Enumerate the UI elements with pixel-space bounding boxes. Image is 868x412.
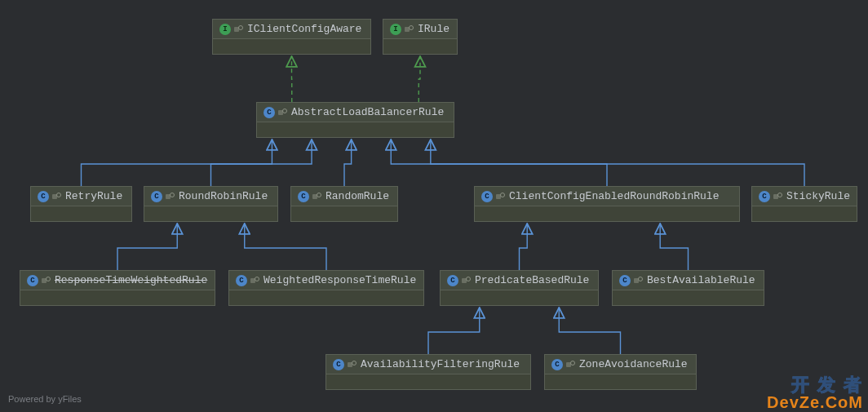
class-node-RandomRule[interactable]: CRandomRule	[290, 186, 398, 222]
class-node-WeightedResponseTimeRule[interactable]: CWeightedResponseTimeRule	[228, 270, 424, 306]
class-node-BestAvailableRule[interactable]: CBestAvailableRule	[612, 270, 764, 306]
class-node-body	[144, 206, 277, 221]
class-node-label: IRule	[418, 23, 450, 35]
class-icon: C	[481, 191, 493, 202]
class-node-body	[752, 206, 857, 221]
class-node-body	[291, 206, 397, 221]
class-icon: C	[27, 275, 38, 286]
class-icon: C	[264, 107, 275, 118]
class-node-PredicateBasedRule[interactable]: CPredicateBasedRule	[440, 270, 599, 306]
class-node-body	[326, 374, 530, 389]
class-node-label: ResponseTimeWeightedRule	[55, 274, 207, 286]
decorator-icon	[52, 193, 60, 201]
class-icon: C	[333, 359, 344, 370]
class-node-body	[20, 290, 215, 305]
decorator-icon	[496, 193, 504, 201]
decorator-icon	[405, 25, 413, 33]
decorator-icon	[278, 109, 286, 117]
class-node-body	[545, 374, 696, 389]
class-icon: C	[236, 275, 247, 286]
class-icon: C	[298, 191, 309, 202]
class-node-label: RandomRule	[326, 190, 389, 202]
class-node-body	[441, 290, 598, 305]
class-node-StickyRule[interactable]: CStickyRule	[751, 186, 857, 222]
class-icon: C	[38, 191, 49, 202]
decorator-icon	[462, 277, 470, 285]
class-node-AvailabilityFilteringRule[interactable]: CAvailabilityFilteringRule	[326, 354, 531, 390]
class-node-IRule[interactable]: IIRule	[383, 19, 458, 55]
class-node-label: AvailabilityFilteringRule	[361, 358, 520, 370]
class-node-ZoneAvoidanceRule[interactable]: CZoneAvoidanceRule	[544, 354, 697, 390]
decorator-icon	[42, 277, 50, 285]
watermark-line1: 开 发 者	[767, 376, 863, 394]
class-node-label: PredicateBasedRule	[475, 274, 589, 286]
class-node-label: WeightedResponseTimeRule	[264, 274, 416, 286]
decorator-icon	[773, 193, 782, 201]
class-node-label: RetryRule	[65, 190, 122, 202]
class-node-RetryRule[interactable]: CRetryRule	[30, 186, 132, 222]
decorator-icon	[634, 277, 642, 285]
class-node-ResponseTimeWeightedRule[interactable]: CResponseTimeWeightedRule	[20, 270, 215, 306]
class-node-RoundRobinRule[interactable]: CRoundRobinRule	[144, 186, 278, 222]
class-icon: C	[551, 359, 563, 370]
class-node-IClientConfigAware[interactable]: IIClientConfigAware	[212, 19, 371, 55]
decorator-icon	[234, 25, 242, 33]
class-node-body	[613, 290, 764, 305]
class-node-ClientConfigEnabledRoundRobinRule[interactable]: CClientConfigEnabledRoundRobinRule	[474, 186, 740, 222]
class-node-label: RoundRobinRule	[179, 190, 268, 202]
class-node-body	[31, 206, 131, 221]
class-node-label: AbstractLoadBalancerRule	[291, 106, 444, 118]
decorator-icon	[566, 361, 574, 369]
class-node-label: ZoneAvoidanceRule	[579, 358, 688, 370]
decorator-icon	[166, 193, 174, 201]
class-icon: C	[759, 191, 770, 202]
watermark: 开 发 者 DevZe.CoM	[767, 376, 863, 410]
class-icon: C	[447, 275, 458, 286]
class-node-label: StickyRule	[786, 190, 850, 202]
class-node-body	[257, 122, 454, 137]
class-node-body	[213, 38, 370, 54]
class-node-label: BestAvailableRule	[647, 274, 755, 286]
decorator-icon	[250, 277, 259, 285]
decorator-icon	[312, 193, 321, 201]
class-icon: C	[619, 275, 631, 286]
watermark-line2: DevZe.CoM	[767, 394, 863, 410]
decorator-icon	[348, 361, 356, 369]
class-icon: C	[151, 191, 162, 202]
class-node-AbstractLoadBalancerRule[interactable]: CAbstractLoadBalancerRule	[256, 102, 454, 138]
class-node-body	[383, 38, 457, 54]
interface-icon: I	[390, 24, 401, 35]
class-node-label: ClientConfigEnabledRoundRobinRule	[509, 190, 719, 202]
interface-icon: I	[219, 24, 231, 35]
class-node-body	[475, 206, 739, 221]
class-node-label: IClientConfigAware	[247, 23, 361, 35]
footer-credit: Powered by yFiles	[8, 394, 82, 404]
class-node-body	[229, 290, 423, 305]
